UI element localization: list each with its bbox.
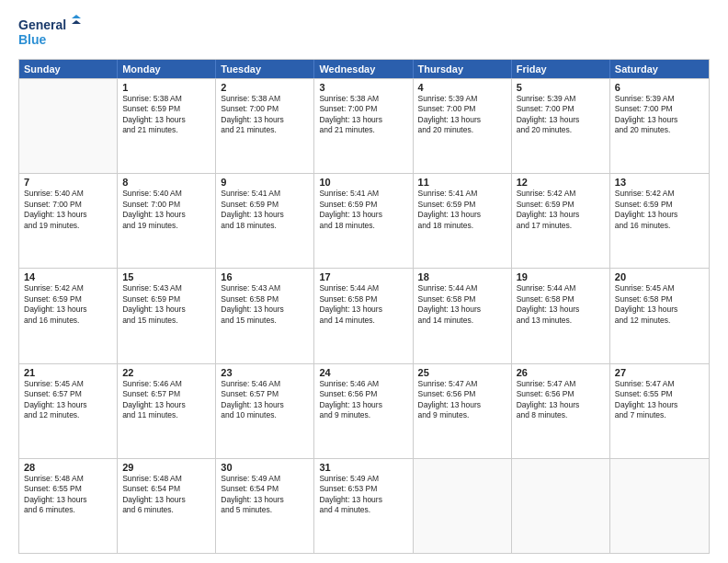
week-row-3: 14Sunrise: 5:42 AMSunset: 6:59 PMDayligh…	[19, 268, 709, 362]
cell-info: Sunrise: 5:38 AMSunset: 7:00 PMDaylight:…	[221, 94, 310, 136]
cal-cell: 26Sunrise: 5:47 AMSunset: 6:56 PMDayligh…	[512, 364, 610, 458]
day-number: 13	[615, 177, 705, 188]
day-number: 11	[418, 177, 507, 188]
day-number: 30	[221, 462, 310, 473]
cell-info: Sunrise: 5:49 AMSunset: 6:54 PMDaylight:…	[221, 474, 310, 516]
cal-cell: 14Sunrise: 5:42 AMSunset: 6:59 PMDayligh…	[19, 269, 118, 362]
week-row-4: 21Sunrise: 5:45 AMSunset: 6:57 PMDayligh…	[19, 363, 709, 458]
cell-info: Sunrise: 5:41 AMSunset: 6:59 PMDaylight:…	[319, 189, 408, 231]
cell-info: Sunrise: 5:48 AMSunset: 6:54 PMDaylight:…	[122, 474, 211, 516]
day-number: 2	[221, 82, 310, 93]
day-number: 9	[221, 177, 310, 188]
cell-info: Sunrise: 5:49 AMSunset: 6:53 PMDaylight:…	[319, 474, 408, 516]
day-number: 7	[24, 177, 113, 188]
cell-info: Sunrise: 5:40 AMSunset: 7:00 PMDaylight:…	[122, 189, 211, 231]
day-number: 29	[122, 462, 211, 473]
day-number: 15	[122, 271, 211, 282]
cell-info: Sunrise: 5:48 AMSunset: 6:55 PMDaylight:…	[24, 474, 113, 516]
svg-marker-2	[72, 15, 81, 18]
cell-info: Sunrise: 5:38 AMSunset: 7:00 PMDaylight:…	[319, 94, 408, 136]
cal-cell: 11Sunrise: 5:41 AMSunset: 6:59 PMDayligh…	[414, 174, 512, 268]
cal-cell: 15Sunrise: 5:43 AMSunset: 6:59 PMDayligh…	[118, 269, 216, 362]
day-number: 1	[122, 82, 211, 93]
cal-cell: 20Sunrise: 5:45 AMSunset: 6:58 PMDayligh…	[610, 269, 709, 362]
day-number: 10	[319, 177, 408, 188]
day-number: 21	[24, 367, 113, 378]
day-number: 17	[319, 271, 408, 282]
cal-cell: 8Sunrise: 5:40 AMSunset: 7:00 PMDaylight…	[118, 174, 216, 268]
cal-cell: 9Sunrise: 5:41 AMSunset: 6:59 PMDaylight…	[216, 174, 314, 268]
cell-info: Sunrise: 5:42 AMSunset: 6:59 PMDaylight:…	[615, 189, 705, 231]
day-number: 12	[517, 177, 606, 188]
cal-cell: 19Sunrise: 5:44 AMSunset: 6:58 PMDayligh…	[512, 269, 610, 362]
header-day-tuesday: Tuesday	[216, 60, 314, 78]
day-number: 28	[24, 462, 113, 473]
cell-info: Sunrise: 5:43 AMSunset: 6:59 PMDaylight:…	[122, 283, 211, 326]
cell-info: Sunrise: 5:44 AMSunset: 6:58 PMDaylight:…	[517, 283, 606, 326]
day-number: 31	[319, 462, 408, 473]
header-day-saturday: Saturday	[610, 60, 709, 78]
day-number: 4	[418, 82, 507, 93]
svg-text:Blue: Blue	[18, 32, 47, 47]
cell-info: Sunrise: 5:46 AMSunset: 6:57 PMDaylight:…	[122, 379, 211, 421]
day-number: 26	[517, 367, 606, 378]
day-number: 27	[615, 367, 705, 378]
cal-cell: 28Sunrise: 5:48 AMSunset: 6:55 PMDayligh…	[19, 459, 118, 553]
header-day-friday: Friday	[512, 60, 610, 78]
week-row-2: 7Sunrise: 5:40 AMSunset: 7:00 PMDaylight…	[19, 173, 709, 268]
cell-info: Sunrise: 5:44 AMSunset: 6:58 PMDaylight:…	[319, 283, 408, 326]
cell-info: Sunrise: 5:40 AMSunset: 7:00 PMDaylight:…	[24, 189, 113, 231]
cal-cell: 17Sunrise: 5:44 AMSunset: 6:58 PMDayligh…	[314, 269, 413, 362]
day-number: 25	[418, 367, 507, 378]
day-number: 16	[221, 271, 310, 282]
cal-cell: 25Sunrise: 5:47 AMSunset: 6:56 PMDayligh…	[414, 364, 512, 458]
header: General Blue	[18, 15, 710, 50]
cell-info: Sunrise: 5:47 AMSunset: 6:55 PMDaylight:…	[615, 379, 705, 421]
week-row-5: 28Sunrise: 5:48 AMSunset: 6:55 PMDayligh…	[19, 458, 709, 553]
cell-info: Sunrise: 5:44 AMSunset: 6:58 PMDaylight:…	[418, 283, 507, 326]
cell-info: Sunrise: 5:46 AMSunset: 6:56 PMDaylight:…	[319, 379, 408, 421]
cal-cell	[19, 79, 118, 173]
cal-cell: 13Sunrise: 5:42 AMSunset: 6:59 PMDayligh…	[610, 174, 709, 268]
cal-cell: 6Sunrise: 5:39 AMSunset: 7:00 PMDaylight…	[610, 79, 709, 173]
cal-cell: 10Sunrise: 5:41 AMSunset: 6:59 PMDayligh…	[314, 174, 413, 268]
cal-cell: 1Sunrise: 5:38 AMSunset: 6:59 PMDaylight…	[118, 79, 216, 173]
cell-info: Sunrise: 5:39 AMSunset: 7:00 PMDaylight:…	[615, 94, 705, 136]
cal-cell: 21Sunrise: 5:45 AMSunset: 6:57 PMDayligh…	[19, 364, 118, 458]
cell-info: Sunrise: 5:45 AMSunset: 6:58 PMDaylight:…	[615, 283, 705, 326]
cell-info: Sunrise: 5:42 AMSunset: 6:59 PMDaylight:…	[517, 189, 606, 231]
day-number: 24	[319, 367, 408, 378]
header-day-wednesday: Wednesday	[314, 60, 413, 78]
cell-info: Sunrise: 5:39 AMSunset: 7:00 PMDaylight:…	[517, 94, 606, 136]
day-number: 5	[517, 82, 606, 93]
header-day-thursday: Thursday	[414, 60, 512, 78]
cal-cell: 31Sunrise: 5:49 AMSunset: 6:53 PMDayligh…	[314, 459, 413, 553]
cell-info: Sunrise: 5:41 AMSunset: 6:59 PMDaylight:…	[418, 189, 507, 231]
cell-info: Sunrise: 5:47 AMSunset: 6:56 PMDaylight:…	[517, 379, 606, 421]
cal-cell: 2Sunrise: 5:38 AMSunset: 7:00 PMDaylight…	[216, 79, 314, 173]
day-number: 6	[615, 82, 705, 93]
cell-info: Sunrise: 5:46 AMSunset: 6:57 PMDaylight:…	[221, 379, 310, 421]
day-number: 20	[615, 271, 705, 282]
day-number: 23	[221, 367, 310, 378]
cal-cell: 27Sunrise: 5:47 AMSunset: 6:55 PMDayligh…	[610, 364, 709, 458]
logo-svg: General Blue	[18, 15, 83, 50]
cal-cell	[512, 459, 610, 553]
cal-cell: 5Sunrise: 5:39 AMSunset: 7:00 PMDaylight…	[512, 79, 610, 173]
header-day-monday: Monday	[118, 60, 216, 78]
week-row-1: 1Sunrise: 5:38 AMSunset: 6:59 PMDaylight…	[19, 78, 709, 173]
day-number: 3	[319, 82, 408, 93]
cal-cell: 4Sunrise: 5:39 AMSunset: 7:00 PMDaylight…	[414, 79, 512, 173]
cal-cell: 7Sunrise: 5:40 AMSunset: 7:00 PMDaylight…	[19, 174, 118, 268]
header-day-sunday: Sunday	[19, 60, 118, 78]
cal-cell	[610, 459, 709, 553]
svg-marker-3	[72, 20, 81, 24]
day-number: 22	[122, 367, 211, 378]
logo: General Blue	[18, 15, 83, 50]
calendar: SundayMondayTuesdayWednesdayThursdayFrid…	[18, 59, 710, 554]
cell-info: Sunrise: 5:42 AMSunset: 6:59 PMDaylight:…	[24, 283, 113, 326]
calendar-body: 1Sunrise: 5:38 AMSunset: 6:59 PMDaylight…	[19, 78, 709, 553]
calendar-header: SundayMondayTuesdayWednesdayThursdayFrid…	[19, 60, 709, 78]
cal-cell: 24Sunrise: 5:46 AMSunset: 6:56 PMDayligh…	[314, 364, 413, 458]
cell-info: Sunrise: 5:45 AMSunset: 6:57 PMDaylight:…	[24, 379, 113, 421]
